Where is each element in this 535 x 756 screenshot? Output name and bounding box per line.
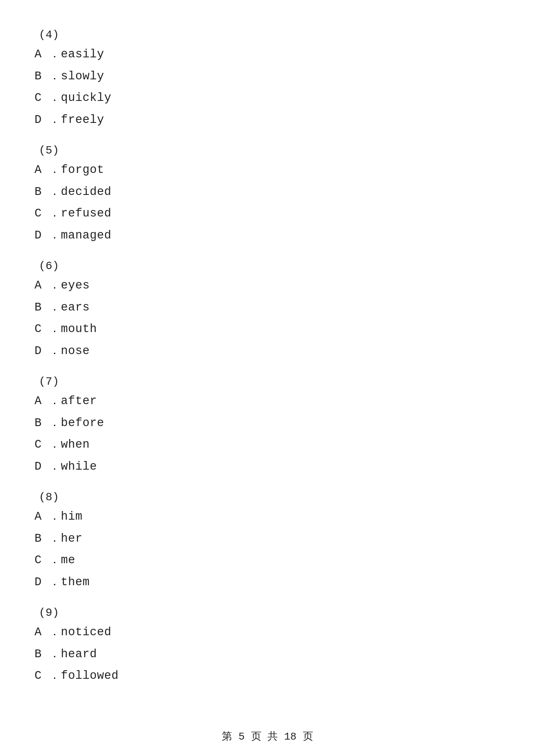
option-9-b[interactable]: B ．heard	[35, 646, 500, 663]
option-5-a[interactable]: A ．forgot	[35, 161, 500, 179]
option-4-c[interactable]: C ．quickly	[35, 89, 500, 107]
option-5-c[interactable]: C ．refused	[35, 205, 500, 223]
question-number-5: (5)	[39, 144, 500, 157]
option-5-d[interactable]: D ．managed	[35, 227, 500, 245]
question-7: (7)A ．afterB ．beforeC ．whenD ．while	[35, 375, 500, 475]
question-5: (5)A ．forgotB ．decidedC ．refusedD ．manag…	[35, 144, 500, 244]
option-7-c[interactable]: C ．when	[35, 436, 500, 454]
option-6-b[interactable]: B ．ears	[35, 299, 500, 317]
option-4-a[interactable]: A ．easily	[35, 46, 500, 63]
option-7-d[interactable]: D ．while	[35, 458, 500, 476]
option-8-b[interactable]: B ．her	[35, 530, 500, 548]
question-number-6: (6)	[39, 260, 500, 273]
option-5-b[interactable]: B ．decided	[35, 183, 500, 201]
question-9: (9)A ．noticedB ．heardC ．followed	[35, 606, 500, 685]
option-7-b[interactable]: B ．before	[35, 414, 500, 432]
question-number-7: (7)	[39, 375, 500, 388]
footer-text: 第 5 页 共 18 页	[222, 731, 313, 743]
option-8-a[interactable]: A ．him	[35, 508, 500, 526]
option-6-a[interactable]: A ．eyes	[35, 277, 500, 295]
question-4: (4)A ．easilyB ．slowlyC ．quicklyD ．freely	[35, 28, 500, 129]
option-9-a[interactable]: A ．noticed	[35, 624, 500, 641]
option-8-c[interactable]: C ．me	[35, 552, 500, 569]
question-number-4: (4)	[39, 28, 500, 41]
question-number-9: (9)	[39, 606, 500, 619]
option-6-d[interactable]: D ．nose	[35, 342, 500, 360]
option-8-d[interactable]: D ．them	[35, 574, 500, 591]
question-6: (6)A ．eyesB ．earsC ．mouthD ．nose	[35, 260, 500, 360]
page-footer: 第 5 页 共 18 页	[0, 729, 535, 743]
option-9-c[interactable]: C ．followed	[35, 667, 500, 685]
option-6-c[interactable]: C ．mouth	[35, 320, 500, 338]
question-number-8: (8)	[39, 491, 500, 504]
question-8: (8)A ．himB ．herC ．meD ．them	[35, 491, 500, 591]
option-7-a[interactable]: A ．after	[35, 392, 500, 410]
option-4-b[interactable]: B ．slowly	[35, 68, 500, 85]
option-4-d[interactable]: D ．freely	[35, 111, 500, 129]
